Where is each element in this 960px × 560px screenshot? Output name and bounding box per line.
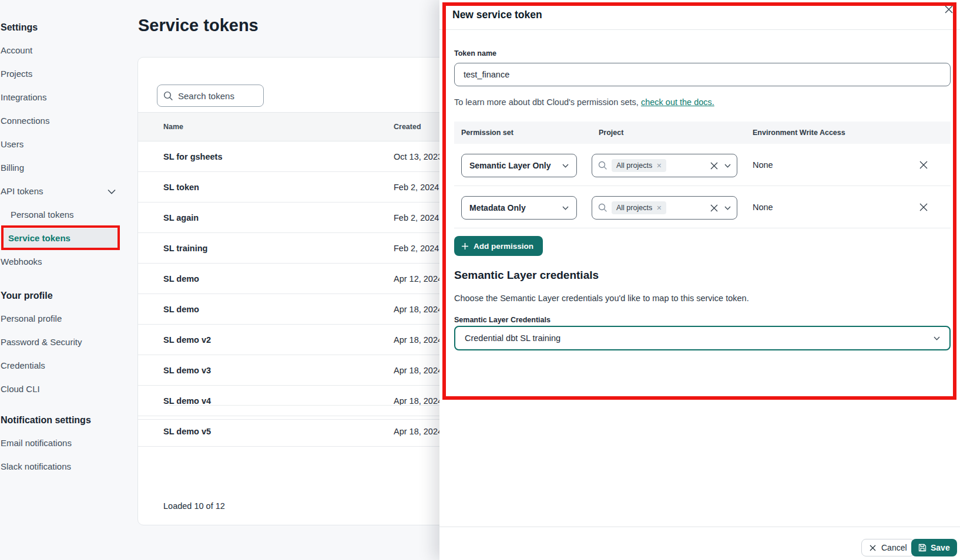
permission-set-value: Semantic Layer Only [469, 161, 551, 170]
project-chip[interactable]: All projects✕ [612, 201, 666, 214]
search-icon [598, 161, 607, 170]
column-header-name: Name [163, 113, 183, 141]
permission-row: Metadata Only All projects✕ None [454, 186, 951, 228]
add-permission-button[interactable]: Add permission [454, 236, 543, 256]
sidebar-item-personal-tokens[interactable]: Personal tokens [1, 203, 120, 227]
docs-help-text: To learn more about dbt Cloud's permissi… [454, 97, 714, 107]
sidebar-item-email-notifications[interactable]: Email notifications [1, 431, 120, 455]
token-created: Apr 18, 2024, [394, 355, 445, 386]
token-created: Apr 18, 2024, [394, 325, 445, 355]
sidebar-item-password-security[interactable]: Password & Security [1, 330, 120, 354]
clear-selection-icon[interactable] [710, 204, 719, 212]
sidebar-item-connections[interactable]: Connections [1, 109, 120, 133]
docs-link[interactable]: check out the docs. [641, 97, 714, 107]
plus-icon [461, 242, 469, 250]
permissions-table-header: Permission set Project Environment Write… [454, 122, 951, 144]
env-write-access-value: None [753, 186, 773, 228]
clear-selection-icon[interactable] [710, 161, 719, 170]
chevron-down-icon [562, 164, 569, 168]
project-multiselect[interactable]: All projects✕ [592, 154, 737, 177]
column-header-env-write-access: Environment Write Access [753, 122, 845, 144]
save-label: Save [931, 543, 950, 552]
sidebar-item-webhooks[interactable]: Webhooks [1, 250, 120, 274]
drawer-footer: Cancel Save [439, 527, 960, 560]
cancel-button[interactable]: Cancel [861, 539, 915, 556]
token-name: SL training [163, 233, 207, 264]
permission-set-dropdown[interactable]: Metadata Only [461, 196, 577, 220]
token-name: SL demo v4 [163, 386, 211, 416]
column-header-project: Project [599, 122, 623, 144]
token-name: SL demo [163, 294, 199, 325]
chevron-down-icon [562, 206, 569, 210]
search-icon [598, 203, 607, 212]
chip-remove-icon[interactable]: ✕ [656, 204, 662, 212]
chevron-down-icon[interactable] [724, 164, 731, 168]
sidebar-header-your-profile: Your profile [1, 288, 126, 303]
token-created: Apr 12, 2024, [394, 264, 445, 294]
sidebar-item-billing[interactable]: Billing [1, 156, 120, 180]
sidebar-item-api-tokens[interactable]: API tokens [1, 180, 120, 203]
close-icon[interactable] [943, 4, 955, 15]
project-chip[interactable]: All projects✕ [612, 159, 666, 172]
permission-row: Semantic Layer Only All projects✕ None [454, 144, 951, 186]
sidebar-item-credentials[interactable]: Credentials [1, 354, 120, 377]
sidebar-item-integrations[interactable]: Integrations [1, 86, 120, 109]
token-name: SL for gsheets [163, 141, 222, 172]
page-title: Service tokens [138, 16, 259, 35]
token-name: SL again [163, 203, 199, 233]
api-tokens-label: API tokens [1, 180, 43, 203]
permissions-table: Permission set Project Environment Write… [454, 122, 951, 228]
semantic-layer-credentials-value: Credential dbt SL training [465, 333, 560, 343]
save-icon [918, 544, 927, 552]
chevron-down-icon [108, 189, 116, 194]
semantic-layer-credentials-heading: Semantic Layer credentials [454, 269, 599, 282]
token-name: SL demo v3 [163, 355, 211, 386]
permission-set-value: Metadata Only [469, 203, 526, 212]
permission-set-dropdown[interactable]: Semantic Layer Only [461, 154, 577, 177]
token-created: Apr 18, 2024, [394, 294, 445, 325]
sidebar-item-users[interactable]: Users [1, 133, 120, 156]
semantic-layer-credentials-select[interactable]: Credential dbt SL training [454, 326, 951, 350]
project-chip-label: All projects [616, 161, 652, 170]
chip-remove-icon[interactable]: ✕ [656, 162, 662, 170]
save-button[interactable]: Save [911, 539, 957, 556]
loaded-count-text: Loaded 10 of 12 [163, 501, 225, 511]
token-created: Oct 13, 2023, [394, 141, 445, 172]
project-multiselect[interactable]: All projects✕ [592, 196, 737, 220]
search-input[interactable]: Search tokens [157, 85, 264, 107]
token-name-input[interactable] [454, 63, 951, 86]
chevron-down-icon[interactable] [724, 206, 731, 210]
search-icon [163, 91, 173, 101]
sidebar-header-notification-settings: Notification settings [1, 413, 126, 428]
cancel-label: Cancel [881, 543, 907, 552]
sidebar-item-slack-notifications[interactable]: Slack notifications [1, 455, 120, 478]
semantic-layer-credentials-label: Semantic Layer Credentials [454, 316, 551, 324]
drawer-header: New service token [439, 0, 960, 30]
project-chip-label: All projects [616, 204, 652, 212]
service-tokens-label: Service tokens [1, 233, 71, 243]
drawer-title: New service token [452, 0, 542, 29]
sidebar-item-cloud-cli[interactable]: Cloud CLI [1, 377, 120, 401]
remove-permission-icon[interactable] [918, 202, 929, 212]
close-icon [869, 544, 877, 552]
sidebar-item-account[interactable]: Account [1, 39, 120, 62]
remove-permission-icon[interactable] [918, 160, 929, 170]
token-name-label: Token name [454, 49, 496, 58]
search-placeholder: Search tokens [178, 91, 234, 101]
column-header-created: Created [394, 113, 421, 141]
add-permission-label: Add permission [474, 242, 533, 251]
sidebar-item-service-tokens[interactable]: Service tokens [1, 227, 120, 250]
sidebar-header-settings: Settings [1, 20, 126, 35]
token-created: Apr 18, 2024, [394, 416, 445, 447]
chevron-down-icon [934, 336, 940, 340]
env-write-access-value: None [753, 144, 773, 186]
token-name: SL demo v5 [163, 416, 211, 447]
sidebar-item-projects[interactable]: Projects [1, 62, 120, 86]
sidebar-item-personal-profile[interactable]: Personal profile [1, 307, 120, 330]
token-name: SL token [163, 172, 199, 203]
token-created: Apr 18, 2024, [394, 386, 445, 416]
token-name: SL demo v2 [163, 325, 211, 355]
settings-sidebar: Settings Account Projects Integrations C… [0, 0, 126, 560]
token-name: SL demo [163, 264, 199, 294]
docs-help-prefix: To learn more about dbt Cloud's permissi… [454, 97, 641, 107]
